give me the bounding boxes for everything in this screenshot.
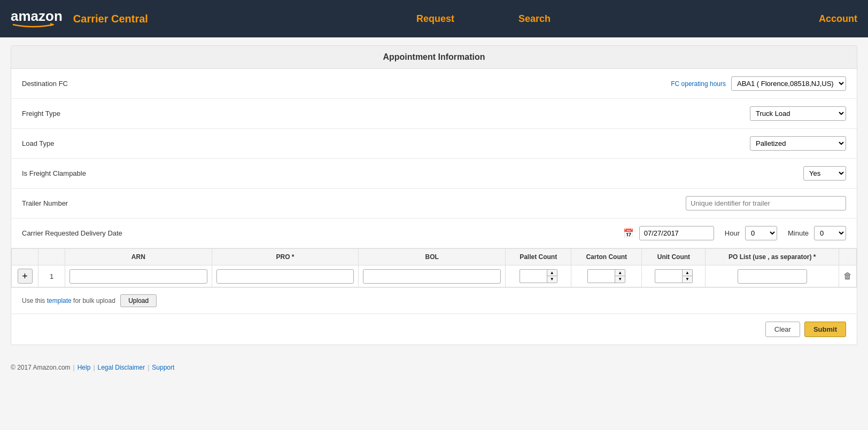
appointment-card: Appointment Information Destination FC F… <box>11 45 857 345</box>
clear-button[interactable]: Clear <box>765 322 800 337</box>
delivery-date-controls: 📅 Hour 0123 4567 891011 12131415 1617181… <box>623 226 846 240</box>
delete-row-button[interactable]: 🗑 <box>843 271 852 281</box>
brand-name: Carrier Central <box>73 13 148 25</box>
carton-count-down[interactable]: ▼ <box>615 276 625 283</box>
load-type-controls: Palletized Floor Loaded <box>750 136 846 151</box>
footer-help-link[interactable]: Help <box>78 364 91 371</box>
card-header: Appointment Information <box>11 46 857 69</box>
freight-clampable-label: Is Freight Clampable <box>22 169 129 177</box>
unit-count-input[interactable] <box>655 270 682 282</box>
bol-input[interactable] <box>363 269 501 284</box>
upload-text-before: Use this <box>22 297 45 304</box>
action-section: Clear Submit <box>11 314 857 345</box>
carton-count-input[interactable] <box>588 270 615 282</box>
footer-legal-link[interactable]: Legal Disclaimer <box>98 364 145 371</box>
minute-label: Minute <box>788 229 809 237</box>
trailer-number-section: Trailer Number <box>11 189 857 218</box>
freight-clampable-controls: Yes No <box>803 166 846 181</box>
hour-label: Hour <box>725 229 740 237</box>
nav-request[interactable]: Request <box>416 13 454 25</box>
row-num-cell: 1 <box>38 265 65 287</box>
carton-count-spinner: ▲ ▼ <box>587 269 625 283</box>
svg-marker-0 <box>50 23 55 26</box>
fc-operating-hours-link[interactable]: FC operating hours <box>671 80 726 88</box>
pro-input[interactable] <box>216 269 354 284</box>
footer-copyright: © 2017 Amazon.com <box>11 364 71 371</box>
col-pallet-count: Pallet Count <box>506 249 571 265</box>
freight-type-section: Freight Type Truck Load Small Parcel LTL <box>11 99 857 129</box>
logo-smile-icon <box>12 21 55 29</box>
pallet-count-up[interactable]: ▲ <box>547 270 557 276</box>
col-carton-count: Carton Count <box>571 249 642 265</box>
freight-clampable-section: Is Freight Clampable Yes No <box>11 159 857 189</box>
col-num <box>38 249 65 265</box>
pallet-count-spinner: ▲ ▼ <box>520 269 557 283</box>
unit-count-spinner: ▲ ▼ <box>655 269 693 283</box>
main-content: Appointment Information Destination FC F… <box>0 37 868 353</box>
arn-input[interactable] <box>69 269 207 284</box>
destination-fc-label: Destination FC <box>22 80 129 88</box>
submit-button[interactable]: Submit <box>804 322 846 337</box>
po-list-input[interactable] <box>738 269 807 284</box>
pallet-count-down[interactable]: ▼ <box>547 276 557 283</box>
col-bol: BOL <box>359 249 506 265</box>
unit-count-cell: ▲ ▼ <box>642 265 706 287</box>
footer-support-link[interactable]: Support <box>152 364 174 371</box>
trailer-number-controls <box>686 196 846 210</box>
nav-search[interactable]: Search <box>518 13 551 25</box>
main-nav: Request Search <box>148 13 819 25</box>
freight-type-label: Freight Type <box>22 110 129 118</box>
calendar-icon[interactable]: 📅 <box>623 228 634 238</box>
col-arn: ARN <box>65 249 212 265</box>
shipment-table: ARN PRO * BOL Pallet Count Carton Count … <box>11 248 857 287</box>
shipment-table-section: ARN PRO * BOL Pallet Count Carton Count … <box>11 248 857 288</box>
form-title: Appointment Information <box>383 52 485 61</box>
add-row-button[interactable]: + <box>18 269 33 284</box>
nav-account[interactable]: Account <box>819 13 857 25</box>
col-po-list: PO List (use , as separator) * <box>706 249 839 265</box>
freight-clampable-select[interactable]: Yes No <box>803 166 846 181</box>
trailer-number-input[interactable] <box>686 196 846 210</box>
header: amazon Carrier Central Request Search Ac… <box>0 0 868 37</box>
load-type-section: Load Type Palletized Floor Loaded <box>11 129 857 159</box>
col-delete <box>839 249 857 265</box>
po-list-cell <box>706 265 839 287</box>
load-type-label: Load Type <box>22 139 129 147</box>
hour-select[interactable]: 0123 4567 891011 12131415 16171819 20212… <box>745 226 777 240</box>
bol-cell <box>359 265 506 287</box>
col-unit-count: Unit Count <box>642 249 706 265</box>
add-row-cell: + <box>12 265 38 287</box>
template-link[interactable]: template <box>47 297 72 304</box>
upload-text-after: for bulk upload <box>73 297 115 304</box>
unit-count-down[interactable]: ▼ <box>683 276 692 283</box>
row-number: 1 <box>50 272 53 280</box>
delivery-date-input[interactable] <box>639 226 714 240</box>
table-row: + 1 <box>12 265 857 287</box>
carton-count-cell: ▲ ▼ <box>571 265 642 287</box>
upload-section: Use this template for bulk upload Upload <box>11 288 857 314</box>
freight-type-controls: Truck Load Small Parcel LTL <box>750 106 846 121</box>
pro-cell <box>212 265 359 287</box>
destination-fc-controls: FC operating hours ABA1 ( Florence,08518… <box>671 76 846 91</box>
col-pro: PRO * <box>212 249 359 265</box>
delete-cell: 🗑 <box>839 265 857 287</box>
pallet-count-cell: ▲ ▼ <box>506 265 571 287</box>
pallet-count-input[interactable] <box>520 270 547 282</box>
upload-button[interactable]: Upload <box>120 294 157 307</box>
fc-select[interactable]: ABA1 ( Florence,08518,NJ,US) ABA2 ( Flor… <box>731 76 846 91</box>
delivery-date-label: Carrier Requested Delivery Date <box>22 229 129 237</box>
minute-select[interactable]: 0153045 <box>814 226 846 240</box>
trailer-number-label: Trailer Number <box>22 199 129 207</box>
load-type-select[interactable]: Palletized Floor Loaded <box>750 136 846 151</box>
carton-count-up[interactable]: ▲ <box>615 270 625 276</box>
unit-count-up[interactable]: ▲ <box>683 270 692 276</box>
amazon-logo: amazon <box>11 9 63 29</box>
freight-type-select[interactable]: Truck Load Small Parcel LTL <box>750 106 846 121</box>
delivery-date-section: Carrier Requested Delivery Date 📅 Hour 0… <box>11 218 857 248</box>
destination-fc-section: Destination FC FC operating hours ABA1 (… <box>11 69 857 99</box>
arn-cell <box>65 265 212 287</box>
footer: © 2017 Amazon.com | Help | Legal Disclai… <box>0 353 868 382</box>
col-add <box>12 249 38 265</box>
